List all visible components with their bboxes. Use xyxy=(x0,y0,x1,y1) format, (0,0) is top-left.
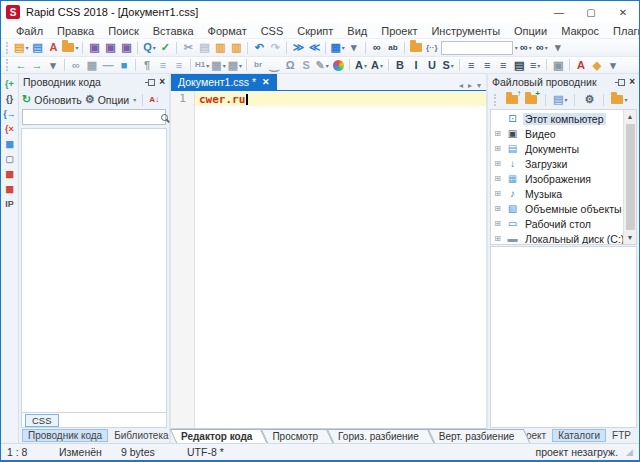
main-toolbar-overflow-button[interactable]: ▾ xyxy=(346,40,362,56)
panel-close-icon[interactable]: × xyxy=(159,77,165,87)
quick-search-combo[interactable] xyxy=(441,41,513,55)
folder-up-button[interactable] xyxy=(504,92,520,108)
new-css-document-button[interactable]: A xyxy=(45,40,61,56)
line-break-button[interactable]: br xyxy=(250,57,266,73)
find-in-files-button[interactable]: ∞ xyxy=(369,40,385,56)
code-snippets-button[interactable]: {··} xyxy=(424,40,440,56)
save-all-button[interactable]: ▣ xyxy=(102,40,118,56)
pin-icon[interactable] xyxy=(618,79,625,86)
find-in-folder-button[interactable] xyxy=(408,40,424,56)
view-mode-button[interactable]: ▤▾ xyxy=(552,92,568,108)
menu-плагины[interactable]: Плагины xyxy=(606,25,640,37)
paragraph-button[interactable]: ¶ xyxy=(139,57,155,73)
menu-скрипт[interactable]: Скрипт xyxy=(290,25,340,37)
expand-icon[interactable]: ⊞ xyxy=(493,129,502,138)
tree-item-desktop[interactable]: ⊞▭Рабочий стол xyxy=(493,216,622,231)
styles-button[interactable]: S xyxy=(298,57,314,73)
box-properties-button[interactable]: ▣ xyxy=(550,57,566,73)
toolbar-grip[interactable] xyxy=(494,94,498,106)
code-explorer-list[interactable] xyxy=(21,128,167,413)
validate-grid-button[interactable]: ▩ xyxy=(2,166,18,181)
minimize-button[interactable]: — xyxy=(543,1,575,23)
tab-next-icon[interactable]: ▸ xyxy=(468,81,472,90)
tab-list-icon[interactable]: ▾ xyxy=(477,81,481,90)
panels-layout-button[interactable]: ▦▾ xyxy=(329,40,345,56)
bullet-list-button[interactable]: ≡ xyxy=(171,57,187,73)
toolbar-grip[interactable] xyxy=(6,42,10,54)
expand-icon[interactable]: ⊞ xyxy=(493,174,502,183)
tree-item-3d-objects[interactable]: ⊞▧Объемные объекты xyxy=(493,201,622,216)
current-line[interactable]: cwer.ru xyxy=(195,92,486,106)
tree-item-music[interactable]: ⊞♪Музыка xyxy=(493,186,622,201)
tab-prev-icon[interactable]: ◂ xyxy=(459,81,463,90)
tree-item-videos[interactable]: ⊞▣Видео xyxy=(493,126,622,141)
tab-css[interactable]: CSS xyxy=(25,414,59,427)
search-toolbar-overflow-button[interactable]: ▾ xyxy=(550,40,566,56)
decrease-font-button[interactable]: A▾ xyxy=(369,57,385,73)
spell-check-button[interactable]: ✓ xyxy=(157,40,173,56)
outdent-button[interactable]: ≪ xyxy=(306,40,322,56)
braces-button[interactable]: {} xyxy=(2,91,18,106)
file-list-box[interactable] xyxy=(490,246,637,428)
insert-hr-button[interactable]: — xyxy=(100,57,116,73)
cut-button[interactable]: ✂ xyxy=(180,40,196,56)
format-toolbar-overflow-button[interactable]: ▾ xyxy=(605,57,621,73)
replace-in-files-button[interactable]: ab xyxy=(385,40,401,56)
menu-опции[interactable]: Опции xyxy=(507,25,554,37)
gear-icon[interactable]: ⚙ xyxy=(85,94,95,105)
non-breaking-space-button[interactable]: ‿ xyxy=(266,57,282,73)
toolbar-grip[interactable] xyxy=(6,59,10,71)
tree-item-downloads[interactable]: ⊞↓Загрузки xyxy=(493,156,622,171)
preview-box-button[interactable]: ▢ xyxy=(2,151,18,166)
expand-icon[interactable]: ⊞ xyxy=(493,144,502,153)
redo-button[interactable]: ↷ xyxy=(267,40,283,56)
align-right-button[interactable]: ≡ xyxy=(495,57,511,73)
paste-special-button[interactable]: ▥ xyxy=(228,40,244,56)
menu-формат[interactable]: Формат xyxy=(201,25,254,37)
code-editor[interactable]: 1 cwer.ru xyxy=(171,91,486,428)
find-previous-button[interactable]: ∞▾ xyxy=(534,40,550,56)
sort-az-icon[interactable]: A↓ xyxy=(149,96,159,104)
list-style-button[interactable]: ≡▾ xyxy=(527,57,543,73)
tab-ftp[interactable]: FTP xyxy=(607,429,636,442)
new-folder-button[interactable] xyxy=(523,92,539,108)
navigate-overflow-button[interactable]: ▾ xyxy=(45,57,61,73)
bold-button[interactable]: B xyxy=(392,57,408,73)
paste-button[interactable]: ▥ xyxy=(212,40,228,56)
menu-css[interactable]: CSS xyxy=(254,25,291,37)
panel-close-icon[interactable]: × xyxy=(629,77,635,87)
tab-верт-разбиение[interactable]: Верт. разбиение xyxy=(431,429,527,443)
open-file-button[interactable]: ▾ xyxy=(61,40,79,56)
numbered-list-button[interactable]: ≡ xyxy=(155,57,171,73)
increase-font-button[interactable]: A▾ xyxy=(353,57,369,73)
insert-image-button[interactable]: ▦ xyxy=(84,57,100,73)
expand-icon[interactable]: ⊞ xyxy=(493,234,502,243)
refresh-icon[interactable]: ↻ xyxy=(22,94,31,105)
heading-button[interactable]: H1▾ xyxy=(194,57,210,73)
save-button[interactable]: ▣ xyxy=(86,40,102,56)
table-view-button[interactable]: ▦ xyxy=(2,136,18,151)
options-button[interactable]: Опции xyxy=(98,94,130,106)
grid-view-button[interactable]: ▩ xyxy=(2,181,18,196)
tree-item-pictures[interactable]: ⊞▦Изображения xyxy=(493,171,622,186)
tree-item-local-disk[interactable]: ⊞▬Локальный диск (C:) xyxy=(493,231,622,245)
navigate-back-button[interactable]: ← xyxy=(13,57,29,73)
new-web-document-button[interactable]: ▤ xyxy=(29,40,45,56)
insert-comment-button[interactable]: ■ xyxy=(116,57,132,73)
options-dropdown-icon[interactable]: ▾ xyxy=(133,96,136,103)
expand-icon[interactable]: ⊞ xyxy=(493,219,502,228)
expand-icon[interactable]: ⊞ xyxy=(493,204,502,213)
menu-правка[interactable]: Правка xyxy=(50,25,101,37)
copy-button[interactable]: ▤ xyxy=(196,40,212,56)
tree-item-computer[interactable]: ⊡Этот компьютер xyxy=(493,111,622,126)
tree-scrollbar[interactable]: ▲ ▼ xyxy=(623,110,636,244)
search-button[interactable]: Q▾ xyxy=(141,40,157,56)
align-justify-button[interactable]: ▤ xyxy=(511,57,527,73)
tab-гориз-разбиение[interactable]: Гориз. разбиение xyxy=(330,429,431,443)
scroll-up-icon[interactable]: ▲ xyxy=(624,110,636,123)
special-character-button[interactable]: Ω xyxy=(282,57,298,73)
find-next-button[interactable]: ∞▾ xyxy=(518,40,534,56)
menu-вид[interactable]: Вид xyxy=(340,25,374,37)
insert-link-button[interactable]: ∞ xyxy=(68,57,84,73)
align-center-button[interactable]: ≡ xyxy=(479,57,495,73)
